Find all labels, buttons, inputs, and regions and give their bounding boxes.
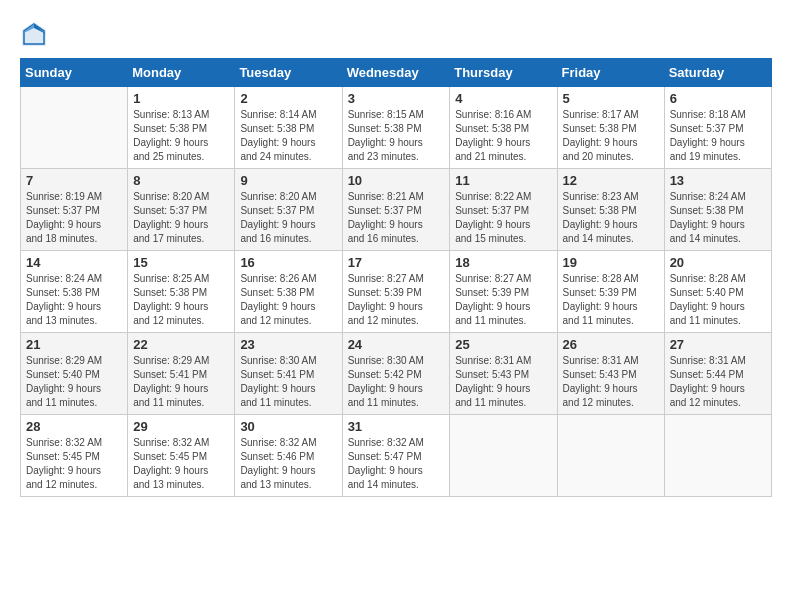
day-info: Sunrise: 8:18 AM Sunset: 5:37 PM Dayligh… [670, 108, 766, 164]
day-number: 10 [348, 173, 445, 188]
logo-icon [20, 20, 48, 48]
day-info: Sunrise: 8:32 AM Sunset: 5:46 PM Dayligh… [240, 436, 336, 492]
calendar-day-cell: 18Sunrise: 8:27 AM Sunset: 5:39 PM Dayli… [450, 251, 557, 333]
calendar-week-row: 7Sunrise: 8:19 AM Sunset: 5:37 PM Daylig… [21, 169, 772, 251]
day-number: 11 [455, 173, 551, 188]
calendar-day-cell: 8Sunrise: 8:20 AM Sunset: 5:37 PM Daylig… [128, 169, 235, 251]
day-number: 26 [563, 337, 659, 352]
calendar-day-cell: 20Sunrise: 8:28 AM Sunset: 5:40 PM Dayli… [664, 251, 771, 333]
calendar-day-cell: 23Sunrise: 8:30 AM Sunset: 5:41 PM Dayli… [235, 333, 342, 415]
day-number: 7 [26, 173, 122, 188]
day-info: Sunrise: 8:32 AM Sunset: 5:45 PM Dayligh… [26, 436, 122, 492]
calendar-day-cell: 19Sunrise: 8:28 AM Sunset: 5:39 PM Dayli… [557, 251, 664, 333]
day-of-week-header: Wednesday [342, 59, 450, 87]
calendar-day-cell: 9Sunrise: 8:20 AM Sunset: 5:37 PM Daylig… [235, 169, 342, 251]
calendar-day-cell: 11Sunrise: 8:22 AM Sunset: 5:37 PM Dayli… [450, 169, 557, 251]
day-info: Sunrise: 8:30 AM Sunset: 5:42 PM Dayligh… [348, 354, 445, 410]
calendar-day-cell: 22Sunrise: 8:29 AM Sunset: 5:41 PM Dayli… [128, 333, 235, 415]
calendar-day-cell: 24Sunrise: 8:30 AM Sunset: 5:42 PM Dayli… [342, 333, 450, 415]
day-info: Sunrise: 8:24 AM Sunset: 5:38 PM Dayligh… [26, 272, 122, 328]
day-info: Sunrise: 8:32 AM Sunset: 5:47 PM Dayligh… [348, 436, 445, 492]
calendar-day-cell: 16Sunrise: 8:26 AM Sunset: 5:38 PM Dayli… [235, 251, 342, 333]
calendar-day-cell: 29Sunrise: 8:32 AM Sunset: 5:45 PM Dayli… [128, 415, 235, 497]
day-of-week-header: Sunday [21, 59, 128, 87]
day-number: 3 [348, 91, 445, 106]
day-number: 15 [133, 255, 229, 270]
calendar-week-row: 1Sunrise: 8:13 AM Sunset: 5:38 PM Daylig… [21, 87, 772, 169]
day-info: Sunrise: 8:22 AM Sunset: 5:37 PM Dayligh… [455, 190, 551, 246]
calendar-week-row: 21Sunrise: 8:29 AM Sunset: 5:40 PM Dayli… [21, 333, 772, 415]
day-number: 13 [670, 173, 766, 188]
day-of-week-header: Thursday [450, 59, 557, 87]
calendar-day-cell: 13Sunrise: 8:24 AM Sunset: 5:38 PM Dayli… [664, 169, 771, 251]
day-number: 27 [670, 337, 766, 352]
day-number: 19 [563, 255, 659, 270]
calendar-day-cell: 7Sunrise: 8:19 AM Sunset: 5:37 PM Daylig… [21, 169, 128, 251]
day-info: Sunrise: 8:20 AM Sunset: 5:37 PM Dayligh… [133, 190, 229, 246]
day-number: 9 [240, 173, 336, 188]
day-info: Sunrise: 8:24 AM Sunset: 5:38 PM Dayligh… [670, 190, 766, 246]
calendar-day-cell: 5Sunrise: 8:17 AM Sunset: 5:38 PM Daylig… [557, 87, 664, 169]
calendar-header-row: SundayMondayTuesdayWednesdayThursdayFrid… [21, 59, 772, 87]
day-number: 16 [240, 255, 336, 270]
page-header [20, 20, 772, 48]
calendar-day-cell: 2Sunrise: 8:14 AM Sunset: 5:38 PM Daylig… [235, 87, 342, 169]
day-of-week-header: Monday [128, 59, 235, 87]
day-number: 1 [133, 91, 229, 106]
logo [20, 20, 52, 48]
day-number: 23 [240, 337, 336, 352]
day-info: Sunrise: 8:16 AM Sunset: 5:38 PM Dayligh… [455, 108, 551, 164]
day-number: 30 [240, 419, 336, 434]
day-number: 12 [563, 173, 659, 188]
day-number: 17 [348, 255, 445, 270]
calendar-day-cell: 15Sunrise: 8:25 AM Sunset: 5:38 PM Dayli… [128, 251, 235, 333]
day-info: Sunrise: 8:30 AM Sunset: 5:41 PM Dayligh… [240, 354, 336, 410]
calendar-day-cell: 6Sunrise: 8:18 AM Sunset: 5:37 PM Daylig… [664, 87, 771, 169]
day-info: Sunrise: 8:17 AM Sunset: 5:38 PM Dayligh… [563, 108, 659, 164]
day-info: Sunrise: 8:28 AM Sunset: 5:40 PM Dayligh… [670, 272, 766, 328]
day-number: 22 [133, 337, 229, 352]
day-number: 14 [26, 255, 122, 270]
calendar-day-cell: 28Sunrise: 8:32 AM Sunset: 5:45 PM Dayli… [21, 415, 128, 497]
day-number: 8 [133, 173, 229, 188]
day-number: 2 [240, 91, 336, 106]
day-info: Sunrise: 8:31 AM Sunset: 5:43 PM Dayligh… [455, 354, 551, 410]
calendar-day-cell: 21Sunrise: 8:29 AM Sunset: 5:40 PM Dayli… [21, 333, 128, 415]
calendar-day-cell: 3Sunrise: 8:15 AM Sunset: 5:38 PM Daylig… [342, 87, 450, 169]
day-number: 24 [348, 337, 445, 352]
day-of-week-header: Tuesday [235, 59, 342, 87]
day-of-week-header: Saturday [664, 59, 771, 87]
calendar-day-cell: 1Sunrise: 8:13 AM Sunset: 5:38 PM Daylig… [128, 87, 235, 169]
day-info: Sunrise: 8:14 AM Sunset: 5:38 PM Dayligh… [240, 108, 336, 164]
calendar-day-cell: 4Sunrise: 8:16 AM Sunset: 5:38 PM Daylig… [450, 87, 557, 169]
calendar-day-cell [21, 87, 128, 169]
day-info: Sunrise: 8:20 AM Sunset: 5:37 PM Dayligh… [240, 190, 336, 246]
day-number: 21 [26, 337, 122, 352]
calendar-week-row: 28Sunrise: 8:32 AM Sunset: 5:45 PM Dayli… [21, 415, 772, 497]
calendar-day-cell: 10Sunrise: 8:21 AM Sunset: 5:37 PM Dayli… [342, 169, 450, 251]
calendar-day-cell [664, 415, 771, 497]
calendar: SundayMondayTuesdayWednesdayThursdayFrid… [20, 58, 772, 497]
calendar-day-cell: 17Sunrise: 8:27 AM Sunset: 5:39 PM Dayli… [342, 251, 450, 333]
day-info: Sunrise: 8:28 AM Sunset: 5:39 PM Dayligh… [563, 272, 659, 328]
calendar-day-cell: 14Sunrise: 8:24 AM Sunset: 5:38 PM Dayli… [21, 251, 128, 333]
day-info: Sunrise: 8:15 AM Sunset: 5:38 PM Dayligh… [348, 108, 445, 164]
calendar-day-cell [450, 415, 557, 497]
day-number: 31 [348, 419, 445, 434]
day-info: Sunrise: 8:29 AM Sunset: 5:41 PM Dayligh… [133, 354, 229, 410]
day-info: Sunrise: 8:13 AM Sunset: 5:38 PM Dayligh… [133, 108, 229, 164]
day-info: Sunrise: 8:27 AM Sunset: 5:39 PM Dayligh… [455, 272, 551, 328]
day-of-week-header: Friday [557, 59, 664, 87]
calendar-week-row: 14Sunrise: 8:24 AM Sunset: 5:38 PM Dayli… [21, 251, 772, 333]
day-number: 25 [455, 337, 551, 352]
calendar-day-cell [557, 415, 664, 497]
day-info: Sunrise: 8:19 AM Sunset: 5:37 PM Dayligh… [26, 190, 122, 246]
calendar-day-cell: 25Sunrise: 8:31 AM Sunset: 5:43 PM Dayli… [450, 333, 557, 415]
day-number: 4 [455, 91, 551, 106]
day-number: 6 [670, 91, 766, 106]
calendar-day-cell: 30Sunrise: 8:32 AM Sunset: 5:46 PM Dayli… [235, 415, 342, 497]
day-number: 20 [670, 255, 766, 270]
day-number: 28 [26, 419, 122, 434]
day-info: Sunrise: 8:29 AM Sunset: 5:40 PM Dayligh… [26, 354, 122, 410]
day-info: Sunrise: 8:27 AM Sunset: 5:39 PM Dayligh… [348, 272, 445, 328]
